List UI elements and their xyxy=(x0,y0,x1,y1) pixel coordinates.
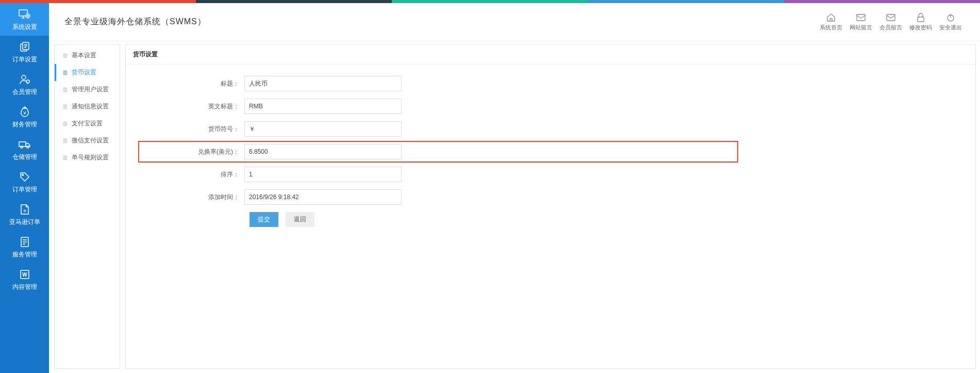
nav-system-settings[interactable]: 系统设置 xyxy=(0,3,49,36)
svg-point-5 xyxy=(22,75,26,79)
action-member-msg[interactable]: 会员留言 xyxy=(877,12,905,31)
tag-icon xyxy=(20,171,30,183)
nav-label: 内容管理 xyxy=(12,283,37,291)
word-doc-icon: W xyxy=(20,268,30,281)
input-title[interactable] xyxy=(244,76,402,91)
truck-icon xyxy=(19,138,31,151)
money-bag-icon: ¥ xyxy=(20,106,30,118)
svg-point-11 xyxy=(22,174,23,176)
nav-label: 系统设置 xyxy=(12,23,37,31)
nav-service[interactable]: 服务管理 xyxy=(0,231,49,263)
svg-point-1 xyxy=(26,14,30,18)
nav-label: 财务管理 xyxy=(12,120,37,129)
nav-label: 会员管理 xyxy=(12,88,37,96)
documents-icon xyxy=(19,41,30,53)
action-change-pw[interactable]: 修改密码 xyxy=(907,12,935,31)
input-sort[interactable] xyxy=(244,167,402,182)
sub-nav-number-rule[interactable]: 🗎 单号规则设置 xyxy=(55,149,120,166)
nav-label: 订单管理 xyxy=(12,185,37,194)
lock-icon xyxy=(917,12,925,23)
back-button[interactable]: 返回 xyxy=(286,212,314,227)
header: 全景专业级海外仓储系统（SWMS） 系统首页 网站留言 xyxy=(49,3,980,41)
document-a-icon: a xyxy=(20,203,29,216)
sub-nav-notice[interactable]: 🗎 通知信息设置 xyxy=(55,98,120,115)
action-label: 网站留言 xyxy=(850,24,872,31)
sub-nav-label: 微信支付设置 xyxy=(72,136,109,145)
label-symbol: 货币符号： xyxy=(141,125,244,134)
power-icon xyxy=(946,12,955,23)
mail-icon xyxy=(886,12,895,23)
svg-point-9 xyxy=(21,146,23,148)
monitor-gear-icon xyxy=(19,8,31,21)
label-en-title: 英文标题： xyxy=(141,102,244,111)
file-icon: 🗎 xyxy=(62,86,69,93)
action-label: 安全退出 xyxy=(939,24,962,31)
currency-form: 标题： 英文标题： 货币符号： 兑换率(美元)： xyxy=(126,64,975,238)
sub-nav-label: 货币设置 xyxy=(72,68,96,77)
nav-order-mgmt[interactable]: 订单管理 xyxy=(0,166,49,198)
action-logout[interactable]: 安全退出 xyxy=(937,12,965,31)
main-sidebar: 系统设置 订单设置 会员管理 ¥ 财务管理 仓储管理 xyxy=(0,3,49,373)
app-title: 全景专业级海外仓储系统（SWMS） xyxy=(64,17,206,27)
svg-rect-18 xyxy=(918,17,924,22)
action-label: 修改密码 xyxy=(909,24,932,31)
nav-member[interactable]: 会员管理 xyxy=(0,68,49,101)
sub-nav-currency[interactable]: 🗎 货币设置 xyxy=(55,64,120,81)
svg-rect-17 xyxy=(887,14,895,21)
action-label: 系统首页 xyxy=(820,24,842,31)
svg-point-10 xyxy=(27,146,29,148)
file-icon: 🗎 xyxy=(62,154,69,161)
sub-nav-admin-user[interactable]: 🗎 管理用户设置 xyxy=(55,81,120,98)
input-rate[interactable] xyxy=(244,144,402,159)
input-add-time[interactable] xyxy=(244,189,402,205)
nav-label: 服务管理 xyxy=(12,250,37,259)
content-panel: 货币设置 标题： 英文标题： 货币符号： 兑换 xyxy=(125,44,976,369)
label-title: 标题： xyxy=(141,79,244,88)
file-icon: 🗎 xyxy=(62,103,69,110)
submit-button[interactable]: 提交 xyxy=(250,212,278,227)
content-title: 货币设置 xyxy=(126,45,975,64)
sub-nav-alipay[interactable]: 🗎 支付宝设置 xyxy=(55,115,120,132)
sub-nav-label: 通知信息设置 xyxy=(72,102,109,111)
svg-text:¥: ¥ xyxy=(23,110,26,116)
nav-amazon[interactable]: a 亚马逊订单 xyxy=(0,198,49,231)
input-symbol[interactable] xyxy=(244,121,402,137)
mail-icon xyxy=(856,12,866,23)
note-icon xyxy=(20,236,29,248)
nav-label: 亚马逊订单 xyxy=(9,218,40,226)
svg-rect-16 xyxy=(857,14,865,21)
nav-warehouse[interactable]: 仓储管理 xyxy=(0,133,49,166)
nav-label: 订单设置 xyxy=(12,55,37,64)
sub-nav-label: 基本设置 xyxy=(72,51,96,60)
nav-content[interactable]: W 内容管理 xyxy=(0,263,49,296)
sub-nav-wechat[interactable]: 🗎 微信支付设置 xyxy=(55,132,120,149)
svg-rect-8 xyxy=(19,142,26,147)
home-icon xyxy=(826,12,836,23)
label-add-time: 添加时间： xyxy=(141,193,244,202)
file-icon: 🗎 xyxy=(62,69,69,76)
sub-nav-basic[interactable]: 🗎 基本设置 xyxy=(55,47,120,64)
file-icon: 🗎 xyxy=(62,52,69,59)
action-home[interactable]: 系统首页 xyxy=(817,12,845,31)
file-icon: 🗎 xyxy=(62,120,69,127)
sub-sidebar: 🗎 基本设置 🗎 货币设置 🗎 管理用户设置 🗎 通知信息设置 🗎 xyxy=(54,44,120,369)
nav-order-setup[interactable]: 订单设置 xyxy=(0,36,49,68)
svg-text:a: a xyxy=(23,208,26,213)
user-icon xyxy=(20,73,30,86)
file-icon: 🗎 xyxy=(62,137,69,144)
svg-text:W: W xyxy=(22,272,27,278)
label-sort: 排序： xyxy=(141,170,244,179)
sub-nav-label: 管理用户设置 xyxy=(72,85,109,94)
action-label: 会员留言 xyxy=(879,24,902,31)
label-rate: 兑换率(美元)： xyxy=(141,148,244,156)
input-en-title[interactable] xyxy=(244,99,402,114)
sub-nav-label: 支付宝设置 xyxy=(72,119,103,128)
nav-label: 仓储管理 xyxy=(12,153,37,161)
sub-nav-label: 单号规则设置 xyxy=(72,153,109,162)
action-site-msg[interactable]: 网站留言 xyxy=(847,12,875,31)
nav-finance[interactable]: ¥ 财务管理 xyxy=(0,101,49,133)
